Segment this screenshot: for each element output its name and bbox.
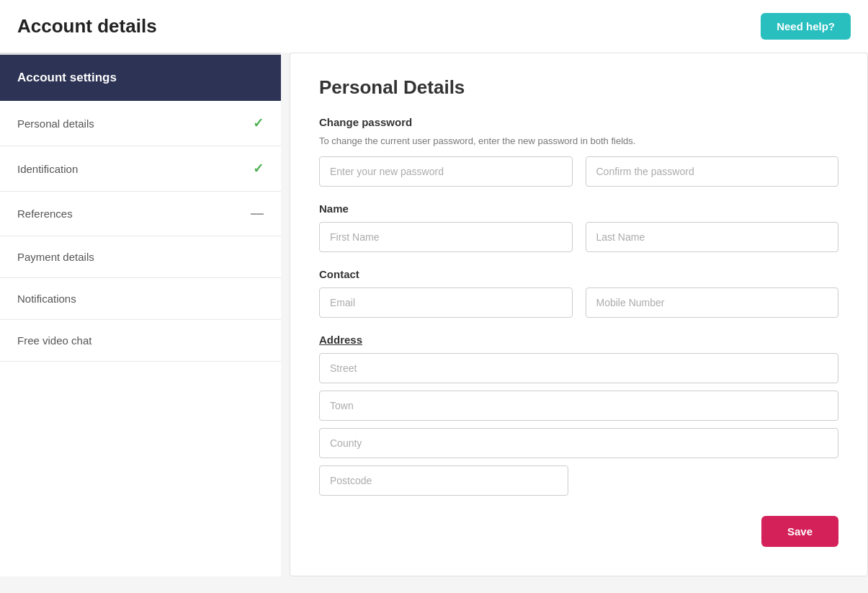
sidebar-item-payment-details[interactable]: Payment details (0, 236, 281, 278)
sidebar-item-label: References (17, 208, 73, 220)
confirm-password-input[interactable] (586, 156, 839, 187)
need-help-button[interactable]: Need help? (761, 13, 851, 40)
contact-section: Contact (319, 268, 838, 318)
town-row (319, 391, 838, 421)
postcode-row (319, 465, 838, 496)
postcode-input[interactable] (319, 465, 568, 496)
password-row (319, 156, 838, 187)
sidebar-item-label: Payment details (17, 251, 94, 263)
change-password-section: Change password To change the current us… (319, 116, 838, 187)
street-input[interactable] (319, 353, 838, 383)
sidebar: Account settings Personal details ✓ Iden… (0, 53, 281, 576)
town-input[interactable] (319, 391, 838, 421)
sidebar-item-label: Identification (17, 163, 78, 175)
sidebar-item-free-video-chat[interactable]: Free video chat (0, 320, 281, 362)
new-password-input[interactable] (319, 156, 573, 187)
save-row: Save (319, 516, 838, 547)
mobile-input[interactable] (586, 287, 839, 318)
sidebar-item-notifications[interactable]: Notifications (0, 278, 281, 320)
email-input[interactable] (319, 287, 573, 318)
last-name-input[interactable] (586, 222, 839, 252)
change-password-title: Change password (319, 116, 838, 128)
main-content: Personal Details Change password To chan… (290, 53, 868, 576)
name-row (319, 222, 838, 252)
check-icon: ✓ (253, 161, 264, 177)
sidebar-item-label: Free video chat (17, 334, 91, 347)
sidebar-item-label: Notifications (17, 293, 76, 305)
street-row (319, 353, 838, 383)
dash-icon: — (251, 206, 264, 221)
sidebar-item-personal-details[interactable]: Personal details ✓ (0, 101, 281, 146)
check-icon: ✓ (253, 115, 264, 131)
county-row (319, 428, 838, 458)
sidebar-header: Account settings (0, 55, 281, 101)
name-section: Name (319, 202, 838, 252)
county-input[interactable] (319, 428, 838, 458)
contact-row (319, 287, 838, 318)
contact-title: Contact (319, 268, 838, 280)
page-title: Account details (17, 15, 157, 37)
sidebar-item-references[interactable]: References — (0, 192, 281, 236)
name-title: Name (319, 202, 838, 215)
sidebar-item-label: Personal details (17, 117, 94, 130)
address-title: Address (319, 334, 838, 346)
main-section-title: Personal Details (319, 76, 838, 99)
sidebar-item-identification[interactable]: Identification ✓ (0, 146, 281, 192)
address-section: Address (319, 334, 838, 496)
change-password-desc: To change the current user password, ent… (319, 135, 838, 146)
first-name-input[interactable] (319, 222, 573, 252)
save-button[interactable]: Save (761, 516, 838, 547)
